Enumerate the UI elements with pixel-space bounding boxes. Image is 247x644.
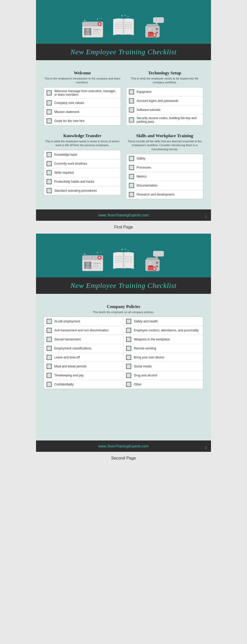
coffee-machine-icon-2 <box>143 250 166 272</box>
checkbox[interactable] <box>47 118 52 123</box>
section-tech-setup: Technology Setup This is what the employ… <box>126 70 203 126</box>
checkbox[interactable] <box>129 98 134 103</box>
footer-1: www.TeamTrainingExperts.com 1 <box>36 209 211 221</box>
section-welcome-heading: Welcome <box>44 70 121 76</box>
checkbox[interactable] <box>129 107 134 112</box>
list-item: Currently work timelines <box>44 159 121 168</box>
item-text: Goals for the new hire <box>54 119 84 123</box>
checkbox[interactable] <box>126 346 131 351</box>
checkbox[interactable] <box>47 170 52 175</box>
item-text: Safety <box>137 157 145 160</box>
item-text: Other <box>134 383 142 386</box>
svg-text:✦: ✦ <box>127 16 129 17</box>
policies-list: At-will employment Anti-harassment and n… <box>44 317 203 389</box>
checkbox[interactable] <box>129 192 134 197</box>
svg-text:✦: ✦ <box>121 14 123 17</box>
checkbox[interactable] <box>126 364 131 369</box>
checkbox[interactable] <box>129 89 134 94</box>
checkbox[interactable] <box>47 328 52 333</box>
checkbox[interactable] <box>129 117 134 122</box>
checkbox[interactable] <box>47 382 52 387</box>
item-text: Mission statement <box>54 110 79 114</box>
item-text: Skills required <box>54 171 74 174</box>
svg-point-3 <box>86 28 90 32</box>
checkbox[interactable] <box>47 319 52 324</box>
item-text: Sexual harassment <box>54 338 81 341</box>
checkbox[interactable] <box>47 109 52 114</box>
checkbox[interactable] <box>47 179 52 184</box>
item-text: Knowledge base <box>54 153 77 156</box>
item-text: Drug and alcohol <box>134 374 157 377</box>
checkbox[interactable] <box>47 373 52 378</box>
svg-rect-48 <box>123 252 124 268</box>
item-text: Safety and health <box>134 320 158 323</box>
checkbox[interactable] <box>47 337 52 342</box>
list-item: Other <box>123 380 203 389</box>
list-item: At-will employment <box>44 317 123 326</box>
list-item: Standard operating procedures <box>44 186 121 195</box>
list-item: Employee conduct, attendance, and punctu… <box>123 326 203 335</box>
page-2-label: Second Page <box>0 452 247 465</box>
checkbox[interactable] <box>47 90 52 95</box>
footer-url-1: www.TeamTrainingExperts.com <box>98 213 148 217</box>
checkbox[interactable] <box>129 174 134 179</box>
item-text: Account logins and passwords <box>137 99 178 103</box>
page-number-1: 1 <box>205 215 207 219</box>
list-item: Knowledge base <box>44 150 121 159</box>
svg-point-66 <box>156 261 158 264</box>
item-text: Welcome message from executive, manager,… <box>54 89 118 96</box>
section-tech-heading: Technology Setup <box>126 70 203 76</box>
checkbox[interactable] <box>47 346 52 351</box>
footer-2: www.TeamTrainingExperts.com 2 <box>36 440 211 452</box>
svg-text:✦: ✦ <box>84 253 86 255</box>
list-item: Processes <box>126 163 203 172</box>
svg-point-4 <box>85 32 90 35</box>
checkbox[interactable] <box>47 364 52 369</box>
list-item: Mission statement <box>44 108 121 117</box>
svg-text:✦: ✦ <box>121 248 123 251</box>
svg-rect-26 <box>153 17 164 23</box>
item-text: At-will employment <box>54 320 80 323</box>
checkbox[interactable] <box>126 373 131 378</box>
svg-point-67 <box>156 265 158 267</box>
svg-point-37 <box>86 262 90 266</box>
svg-rect-60 <box>153 251 164 257</box>
checkbox[interactable] <box>126 382 131 387</box>
item-text: Bring your own device <box>134 356 164 359</box>
svg-rect-40 <box>93 265 99 266</box>
item-text: Company core values <box>54 101 84 105</box>
book-icon: ✦ ✦ ✦ <box>109 14 138 39</box>
list-item: Account logins and passwords <box>126 96 203 105</box>
list-item: Employment classifications <box>44 344 123 353</box>
checkbox[interactable] <box>126 337 131 342</box>
checkbox[interactable] <box>129 156 134 161</box>
section-knowledge-desc: This is what the employee needs to know … <box>44 139 121 147</box>
list-item: Equipment <box>126 87 203 96</box>
checkbox[interactable] <box>47 161 52 166</box>
checkbox[interactable] <box>47 355 52 360</box>
footer-url-2: www.TeamTrainingExperts.com <box>98 444 148 448</box>
item-text: Documentation <box>137 184 157 187</box>
section-welcome-desc: This is the employee's introduction to t… <box>44 77 121 85</box>
svg-text:✦: ✦ <box>96 18 98 20</box>
checkbox[interactable] <box>126 355 131 360</box>
list-item: Documentation <box>126 181 203 190</box>
checkbox[interactable] <box>129 183 134 188</box>
checkbox[interactable] <box>47 100 52 105</box>
item-text: Meal and break periods <box>54 365 86 368</box>
section-skills-desc: These include all the skills that are de… <box>126 139 203 151</box>
main-content-1: Welcome This is the employee's introduct… <box>36 60 211 209</box>
checkbox[interactable] <box>47 188 52 193</box>
list-item: Bring your own device <box>123 353 203 362</box>
item-text: Currently work timelines <box>54 162 87 165</box>
checkbox[interactable] <box>126 328 131 333</box>
checklist-welcome: Welcome message from executive, manager,… <box>44 87 121 126</box>
page-title-1: New Employee Training Checklist <box>41 48 206 56</box>
checkbox[interactable] <box>126 319 131 324</box>
item-text: Leave and time-off <box>54 356 80 359</box>
item-text: Anti-harassment and non-discrimination <box>54 329 109 332</box>
checkbox[interactable] <box>129 165 134 170</box>
svg-rect-7 <box>93 33 99 34</box>
checkbox[interactable] <box>47 152 52 157</box>
section-knowledge: Knowledge Transfer This is what the empl… <box>44 133 121 199</box>
